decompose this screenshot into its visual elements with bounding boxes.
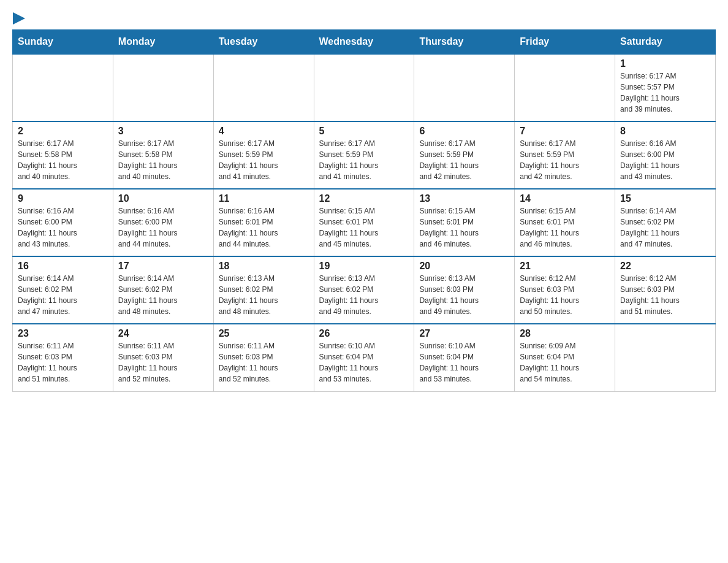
day-number: 3: [118, 126, 208, 137]
day-info: Sunrise: 6:17 AM Sunset: 5:59 PM Dayligh…: [319, 138, 409, 182]
day-number: 28: [520, 328, 610, 339]
day-info: Sunrise: 6:13 AM Sunset: 6:03 PM Dayligh…: [419, 273, 509, 317]
calendar-cell: 6Sunrise: 6:17 AM Sunset: 5:59 PM Daylig…: [414, 121, 515, 189]
calendar-cell: 25Sunrise: 6:11 AM Sunset: 6:03 PM Dayli…: [213, 324, 314, 391]
calendar-cell: 13Sunrise: 6:15 AM Sunset: 6:01 PM Dayli…: [414, 189, 515, 256]
day-info: Sunrise: 6:14 AM Sunset: 6:02 PM Dayligh…: [18, 273, 108, 317]
calendar-week-row: 16Sunrise: 6:14 AM Sunset: 6:02 PM Dayli…: [13, 256, 716, 324]
calendar-table: SundayMondayTuesdayWednesdayThursdayFrid…: [12, 29, 716, 392]
day-info: Sunrise: 6:13 AM Sunset: 6:02 PM Dayligh…: [319, 273, 409, 317]
calendar-cell: [515, 54, 615, 121]
calendar-cell: [314, 54, 414, 121]
day-number: 22: [620, 261, 710, 272]
day-info: Sunrise: 6:10 AM Sunset: 6:04 PM Dayligh…: [319, 340, 409, 385]
day-info: Sunrise: 6:11 AM Sunset: 6:03 PM Dayligh…: [219, 340, 309, 385]
day-number: 16: [18, 261, 108, 272]
day-number: 9: [18, 193, 108, 204]
day-number: 24: [118, 328, 208, 339]
calendar-cell: 16Sunrise: 6:14 AM Sunset: 6:02 PM Dayli…: [13, 256, 113, 324]
calendar-cell: 14Sunrise: 6:15 AM Sunset: 6:01 PM Dayli…: [515, 189, 615, 256]
calendar-cell: 20Sunrise: 6:13 AM Sunset: 6:03 PM Dayli…: [414, 256, 515, 324]
logo-arrow-icon: [13, 12, 25, 25]
day-number: 1: [620, 58, 710, 69]
day-info: Sunrise: 6:09 AM Sunset: 6:04 PM Dayligh…: [520, 340, 610, 385]
day-info: Sunrise: 6:17 AM Sunset: 5:59 PM Dayligh…: [419, 138, 509, 182]
day-number: 21: [520, 261, 610, 272]
day-number: 8: [620, 126, 710, 137]
day-info: Sunrise: 6:14 AM Sunset: 6:02 PM Dayligh…: [118, 273, 208, 317]
calendar-cell: 24Sunrise: 6:11 AM Sunset: 6:03 PM Dayli…: [113, 324, 213, 391]
day-number: 15: [620, 193, 710, 204]
day-number: 11: [219, 193, 309, 204]
day-number: 23: [18, 328, 108, 339]
day-info: Sunrise: 6:14 AM Sunset: 6:02 PM Dayligh…: [620, 205, 710, 250]
day-number: 20: [419, 261, 509, 272]
calendar-week-row: 23Sunrise: 6:11 AM Sunset: 6:03 PM Dayli…: [13, 324, 716, 391]
calendar-cell: 26Sunrise: 6:10 AM Sunset: 6:04 PM Dayli…: [314, 324, 414, 391]
day-number: 27: [419, 328, 509, 339]
calendar-cell: 27Sunrise: 6:10 AM Sunset: 6:04 PM Dayli…: [414, 324, 515, 391]
svg-marker-0: [13, 12, 25, 25]
calendar-cell: 23Sunrise: 6:11 AM Sunset: 6:03 PM Dayli…: [13, 324, 113, 391]
logo: [12, 12, 25, 23]
day-info: Sunrise: 6:11 AM Sunset: 6:03 PM Dayligh…: [118, 340, 208, 385]
day-info: Sunrise: 6:12 AM Sunset: 6:03 PM Dayligh…: [620, 273, 710, 317]
calendar-cell: [213, 54, 314, 121]
calendar-cell: 4Sunrise: 6:17 AM Sunset: 5:59 PM Daylig…: [213, 121, 314, 189]
day-number: 19: [319, 261, 409, 272]
calendar-cell: [615, 324, 716, 391]
day-number: 6: [419, 126, 509, 137]
day-info: Sunrise: 6:16 AM Sunset: 6:00 PM Dayligh…: [620, 138, 710, 182]
day-info: Sunrise: 6:17 AM Sunset: 5:58 PM Dayligh…: [18, 138, 108, 182]
calendar-cell: 7Sunrise: 6:17 AM Sunset: 5:59 PM Daylig…: [515, 121, 615, 189]
day-info: Sunrise: 6:15 AM Sunset: 6:01 PM Dayligh…: [319, 205, 409, 250]
day-info: Sunrise: 6:17 AM Sunset: 5:58 PM Dayligh…: [118, 138, 208, 182]
calendar-header-tuesday: Tuesday: [213, 30, 314, 55]
day-info: Sunrise: 6:13 AM Sunset: 6:02 PM Dayligh…: [219, 273, 309, 317]
day-info: Sunrise: 6:16 AM Sunset: 6:00 PM Dayligh…: [18, 205, 108, 250]
day-number: 2: [18, 126, 108, 137]
calendar-cell: 22Sunrise: 6:12 AM Sunset: 6:03 PM Dayli…: [615, 256, 716, 324]
day-number: 25: [219, 328, 309, 339]
calendar-header-thursday: Thursday: [414, 30, 515, 55]
calendar-week-row: 2Sunrise: 6:17 AM Sunset: 5:58 PM Daylig…: [13, 121, 716, 189]
calendar-cell: 3Sunrise: 6:17 AM Sunset: 5:58 PM Daylig…: [113, 121, 213, 189]
calendar-cell: 19Sunrise: 6:13 AM Sunset: 6:02 PM Dayli…: [314, 256, 414, 324]
day-number: 26: [319, 328, 409, 339]
page-header: [12, 12, 716, 23]
day-info: Sunrise: 6:16 AM Sunset: 6:00 PM Dayligh…: [118, 205, 208, 250]
calendar-cell: 8Sunrise: 6:16 AM Sunset: 6:00 PM Daylig…: [615, 121, 716, 189]
calendar-cell: 12Sunrise: 6:15 AM Sunset: 6:01 PM Dayli…: [314, 189, 414, 256]
day-number: 14: [520, 193, 610, 204]
day-number: 17: [118, 261, 208, 272]
day-info: Sunrise: 6:11 AM Sunset: 6:03 PM Dayligh…: [18, 340, 108, 385]
calendar-week-row: 1Sunrise: 6:17 AM Sunset: 5:57 PM Daylig…: [13, 54, 716, 121]
day-info: Sunrise: 6:17 AM Sunset: 5:57 PM Dayligh…: [620, 71, 710, 115]
calendar-header-sunday: Sunday: [13, 30, 113, 55]
calendar-header-saturday: Saturday: [615, 30, 716, 55]
calendar-week-row: 9Sunrise: 6:16 AM Sunset: 6:00 PM Daylig…: [13, 189, 716, 256]
day-info: Sunrise: 6:15 AM Sunset: 6:01 PM Dayligh…: [419, 205, 509, 250]
calendar-cell: 10Sunrise: 6:16 AM Sunset: 6:00 PM Dayli…: [113, 189, 213, 256]
calendar-cell: 15Sunrise: 6:14 AM Sunset: 6:02 PM Dayli…: [615, 189, 716, 256]
day-number: 4: [219, 126, 309, 137]
calendar-cell: [13, 54, 113, 121]
day-number: 10: [118, 193, 208, 204]
day-info: Sunrise: 6:17 AM Sunset: 5:59 PM Dayligh…: [520, 138, 610, 182]
calendar-cell: 17Sunrise: 6:14 AM Sunset: 6:02 PM Dayli…: [113, 256, 213, 324]
calendar-cell: 28Sunrise: 6:09 AM Sunset: 6:04 PM Dayli…: [515, 324, 615, 391]
day-number: 5: [319, 126, 409, 137]
calendar-cell: 2Sunrise: 6:17 AM Sunset: 5:58 PM Daylig…: [13, 121, 113, 189]
calendar-cell: 5Sunrise: 6:17 AM Sunset: 5:59 PM Daylig…: [314, 121, 414, 189]
calendar-header-wednesday: Wednesday: [314, 30, 414, 55]
calendar-header-friday: Friday: [515, 30, 615, 55]
day-number: 18: [219, 261, 309, 272]
calendar-cell: 21Sunrise: 6:12 AM Sunset: 6:03 PM Dayli…: [515, 256, 615, 324]
day-info: Sunrise: 6:10 AM Sunset: 6:04 PM Dayligh…: [419, 340, 509, 385]
calendar-header-monday: Monday: [113, 30, 213, 55]
day-info: Sunrise: 6:17 AM Sunset: 5:59 PM Dayligh…: [219, 138, 309, 182]
day-info: Sunrise: 6:15 AM Sunset: 6:01 PM Dayligh…: [520, 205, 610, 250]
calendar-cell: 18Sunrise: 6:13 AM Sunset: 6:02 PM Dayli…: [213, 256, 314, 324]
calendar-cell: 1Sunrise: 6:17 AM Sunset: 5:57 PM Daylig…: [615, 54, 716, 121]
calendar-cell: [414, 54, 515, 121]
